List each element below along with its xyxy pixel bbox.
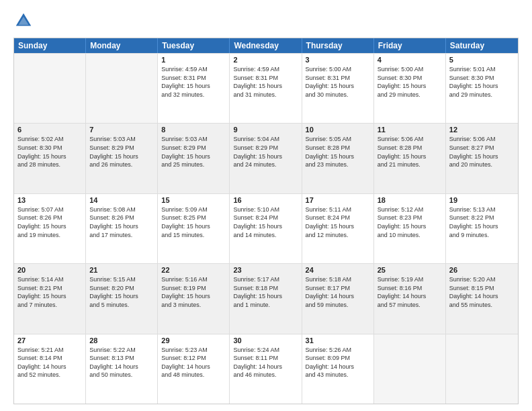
cell-details: Sunrise: 5:24 AMSunset: 8:11 PMDaylight:…	[233, 346, 298, 379]
cell-details: Sunrise: 5:15 AMSunset: 8:20 PMDaylight:…	[89, 275, 154, 309]
day-number: 20	[17, 266, 82, 274]
cell-details: Sunrise: 5:26 AMSunset: 8:09 PMDaylight:…	[306, 346, 370, 379]
cal-cell: 3Sunrise: 5:00 AMSunset: 8:31 PMDaylight…	[302, 54, 374, 123]
cell-details: Sunrise: 5:21 AMSunset: 8:14 PMDaylight:…	[17, 346, 82, 379]
cell-details: Sunrise: 4:59 AMSunset: 8:31 PMDaylight:…	[233, 65, 298, 99]
cell-details: Sunrise: 5:23 AMSunset: 8:12 PMDaylight:…	[161, 346, 226, 379]
day-number: 11	[378, 126, 442, 134]
cell-details: Sunrise: 4:59 AMSunset: 8:31 PMDaylight:…	[161, 65, 226, 99]
cal-cell: 23Sunrise: 5:17 AMSunset: 8:18 PMDayligh…	[230, 264, 302, 333]
day-number: 21	[89, 266, 154, 274]
cell-details: Sunrise: 5:10 AMSunset: 8:24 PMDaylight:…	[233, 205, 298, 239]
cal-cell: 25Sunrise: 5:19 AMSunset: 8:16 PMDayligh…	[374, 264, 446, 333]
day-number: 19	[449, 196, 515, 204]
day-number: 24	[306, 266, 370, 274]
header-day-friday: Friday	[374, 38, 446, 53]
cell-details: Sunrise: 5:08 AMSunset: 8:26 PMDaylight:…	[89, 205, 154, 239]
cal-cell: 26Sunrise: 5:20 AMSunset: 8:15 PMDayligh…	[446, 264, 518, 333]
day-number: 17	[306, 196, 370, 204]
day-number: 22	[161, 266, 226, 274]
day-number: 9	[233, 126, 298, 134]
day-number: 5	[449, 56, 515, 64]
cal-cell	[374, 334, 446, 404]
cal-cell: 22Sunrise: 5:16 AMSunset: 8:19 PMDayligh…	[158, 264, 230, 333]
day-number: 26	[449, 266, 515, 274]
cal-cell: 6Sunrise: 5:02 AMSunset: 8:30 PMDaylight…	[14, 124, 86, 193]
cell-details: Sunrise: 5:09 AMSunset: 8:25 PMDaylight:…	[161, 205, 226, 239]
cal-cell: 5Sunrise: 5:01 AMSunset: 8:30 PMDaylight…	[446, 54, 518, 123]
day-number: 12	[449, 126, 515, 134]
header-day-wednesday: Wednesday	[230, 38, 302, 53]
cal-cell: 11Sunrise: 5:06 AMSunset: 8:28 PMDayligh…	[374, 124, 446, 193]
day-number: 8	[161, 126, 226, 134]
cal-cell: 31Sunrise: 5:26 AMSunset: 8:09 PMDayligh…	[302, 334, 374, 404]
calendar: SundayMondayTuesdayWednesdayThursdayFrid…	[13, 38, 519, 404]
calendar-header: SundayMondayTuesdayWednesdayThursdayFrid…	[14, 38, 518, 53]
cal-cell: 29Sunrise: 5:23 AMSunset: 8:12 PMDayligh…	[158, 334, 230, 404]
day-number: 2	[233, 56, 298, 64]
day-number: 16	[233, 196, 298, 204]
cell-details: Sunrise: 5:02 AMSunset: 8:30 PMDaylight:…	[17, 135, 82, 169]
cell-details: Sunrise: 5:07 AMSunset: 8:26 PMDaylight:…	[17, 205, 82, 239]
cal-cell: 15Sunrise: 5:09 AMSunset: 8:25 PMDayligh…	[158, 194, 230, 263]
cal-cell: 8Sunrise: 5:03 AMSunset: 8:29 PMDaylight…	[158, 124, 230, 193]
cal-cell: 24Sunrise: 5:18 AMSunset: 8:17 PMDayligh…	[302, 264, 374, 333]
cell-details: Sunrise: 5:06 AMSunset: 8:27 PMDaylight:…	[449, 135, 515, 169]
week-row-2: 6Sunrise: 5:02 AMSunset: 8:30 PMDaylight…	[14, 123, 518, 193]
day-number: 6	[17, 126, 82, 134]
day-number: 28	[89, 336, 154, 345]
cell-details: Sunrise: 5:20 AMSunset: 8:15 PMDaylight:…	[449, 275, 515, 309]
header-day-monday: Monday	[86, 38, 158, 53]
cell-details: Sunrise: 5:05 AMSunset: 8:28 PMDaylight:…	[306, 135, 370, 169]
cal-cell: 19Sunrise: 5:13 AMSunset: 8:22 PMDayligh…	[446, 194, 518, 263]
cell-details: Sunrise: 5:19 AMSunset: 8:16 PMDaylight:…	[378, 275, 442, 309]
day-number: 23	[233, 266, 298, 274]
cal-cell: 28Sunrise: 5:22 AMSunset: 8:13 PMDayligh…	[86, 334, 158, 404]
cell-details: Sunrise: 5:12 AMSunset: 8:23 PMDaylight:…	[378, 205, 442, 239]
cell-details: Sunrise: 5:11 AMSunset: 8:24 PMDaylight:…	[306, 205, 370, 239]
day-number: 31	[306, 336, 370, 345]
cal-cell: 20Sunrise: 5:14 AMSunset: 8:21 PMDayligh…	[14, 264, 86, 333]
cal-cell: 4Sunrise: 5:00 AMSunset: 8:30 PMDaylight…	[374, 54, 446, 123]
cal-cell	[14, 54, 86, 123]
header	[13, 11, 519, 31]
cal-cell: 2Sunrise: 4:59 AMSunset: 8:31 PMDaylight…	[230, 54, 302, 123]
cal-cell: 9Sunrise: 5:04 AMSunset: 8:29 PMDaylight…	[230, 124, 302, 193]
cal-cell: 13Sunrise: 5:07 AMSunset: 8:26 PMDayligh…	[14, 194, 86, 263]
day-number: 13	[17, 196, 82, 204]
cell-details: Sunrise: 5:00 AMSunset: 8:30 PMDaylight:…	[378, 65, 442, 99]
cal-cell: 16Sunrise: 5:10 AMSunset: 8:24 PMDayligh…	[230, 194, 302, 263]
cal-cell: 27Sunrise: 5:21 AMSunset: 8:14 PMDayligh…	[14, 334, 86, 404]
page: SundayMondayTuesdayWednesdayThursdayFrid…	[0, 0, 532, 411]
cal-cell: 18Sunrise: 5:12 AMSunset: 8:23 PMDayligh…	[374, 194, 446, 263]
week-row-4: 20Sunrise: 5:14 AMSunset: 8:21 PMDayligh…	[14, 263, 518, 333]
day-number: 25	[378, 266, 442, 274]
day-number: 30	[233, 336, 298, 345]
day-number: 18	[378, 196, 442, 204]
cell-details: Sunrise: 5:04 AMSunset: 8:29 PMDaylight:…	[233, 135, 298, 169]
cal-cell: 14Sunrise: 5:08 AMSunset: 8:26 PMDayligh…	[86, 194, 158, 263]
day-number: 7	[89, 126, 154, 134]
calendar-body: 1Sunrise: 4:59 AMSunset: 8:31 PMDaylight…	[14, 53, 518, 404]
cal-cell: 7Sunrise: 5:03 AMSunset: 8:29 PMDaylight…	[86, 124, 158, 193]
header-day-saturday: Saturday	[446, 38, 518, 53]
cell-details: Sunrise: 5:03 AMSunset: 8:29 PMDaylight:…	[89, 135, 154, 169]
day-number: 3	[306, 56, 370, 64]
day-number: 10	[306, 126, 370, 134]
cell-details: Sunrise: 5:18 AMSunset: 8:17 PMDaylight:…	[306, 275, 370, 309]
cal-cell: 12Sunrise: 5:06 AMSunset: 8:27 PMDayligh…	[446, 124, 518, 193]
logo-icon	[13, 11, 34, 31]
week-row-1: 1Sunrise: 4:59 AMSunset: 8:31 PMDaylight…	[14, 53, 518, 123]
cell-details: Sunrise: 5:13 AMSunset: 8:22 PMDaylight:…	[449, 205, 515, 239]
day-number: 4	[378, 56, 442, 64]
logo	[13, 11, 36, 31]
day-number: 1	[161, 56, 226, 64]
cell-details: Sunrise: 5:17 AMSunset: 8:18 PMDaylight:…	[233, 275, 298, 309]
cell-details: Sunrise: 5:03 AMSunset: 8:29 PMDaylight:…	[161, 135, 226, 169]
cal-cell	[446, 334, 518, 404]
cal-cell: 1Sunrise: 4:59 AMSunset: 8:31 PMDaylight…	[158, 54, 230, 123]
day-number: 14	[89, 196, 154, 204]
cal-cell: 21Sunrise: 5:15 AMSunset: 8:20 PMDayligh…	[86, 264, 158, 333]
cal-cell: 30Sunrise: 5:24 AMSunset: 8:11 PMDayligh…	[230, 334, 302, 404]
cal-cell: 10Sunrise: 5:05 AMSunset: 8:28 PMDayligh…	[302, 124, 374, 193]
